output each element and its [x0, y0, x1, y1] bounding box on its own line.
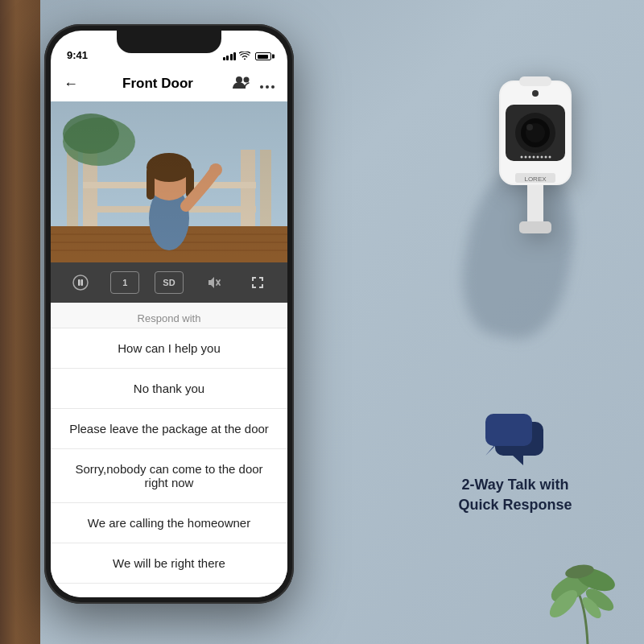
app-header: ← Front Door	[51, 66, 287, 101]
fullscreen-button[interactable]	[243, 271, 272, 294]
more-options-icon[interactable]	[260, 76, 275, 93]
header-icons	[233, 76, 275, 93]
two-way-title: 2-Way Talk with Quick Response	[435, 475, 596, 515]
quality-button[interactable]: 1	[110, 271, 139, 294]
response-item-6[interactable]: We will be right there	[51, 543, 287, 584]
svg-point-24	[73, 275, 88, 290]
back-button[interactable]: ←	[64, 76, 83, 93]
two-way-line2: Quick Response	[458, 497, 572, 513]
battery-icon	[255, 52, 271, 60]
svg-rect-41	[519, 76, 551, 86]
svg-rect-30	[519, 221, 551, 233]
signal-bars-icon	[223, 52, 237, 60]
page-title: Front Door	[122, 76, 193, 92]
status-time: 9:41	[67, 49, 88, 61]
svg-rect-52	[485, 414, 532, 446]
wood-panel	[0, 0, 40, 644]
camera-svg: LOREX	[475, 32, 596, 233]
svg-text:LOREX: LOREX	[524, 175, 547, 183]
response-item-1[interactable]: How can I help you	[51, 328, 287, 369]
status-icons	[223, 52, 272, 61]
plant-svg	[531, 515, 644, 644]
wifi-icon	[239, 52, 250, 61]
svg-point-44	[529, 156, 531, 159]
svg-point-0	[236, 76, 242, 83]
people-icon[interactable]	[233, 76, 250, 93]
svg-point-46	[537, 156, 539, 159]
chat-icon-wrapper	[435, 407, 596, 465]
phone-screen: 9:41	[51, 31, 287, 597]
svg-point-37	[526, 124, 533, 130]
svg-rect-25	[78, 279, 80, 286]
phone-notch	[117, 31, 221, 53]
svg-point-4	[271, 85, 275, 89]
camera-device: LOREX	[475, 32, 596, 237]
mute-button[interactable]	[199, 271, 228, 294]
two-way-talk-icon	[479, 407, 551, 465]
svg-point-49	[549, 156, 551, 159]
svg-point-45	[533, 156, 535, 159]
svg-rect-26	[81, 279, 84, 286]
pause-button[interactable]	[66, 271, 95, 294]
phone-frame: 9:41	[44, 24, 294, 604]
svg-point-2	[260, 85, 263, 89]
plant-decoration	[531, 515, 644, 644]
controls-bar: 1 SD	[51, 262, 287, 303]
svg-marker-51	[511, 454, 523, 465]
response-item-2[interactable]: No thank you	[51, 369, 287, 409]
feed-overlay	[51, 101, 287, 262]
svg-point-47	[541, 156, 543, 159]
svg-point-3	[266, 85, 269, 89]
two-way-talk-section: 2-Way Talk with Quick Response	[435, 407, 596, 515]
response-item-5[interactable]: We are calling the homeowner	[51, 503, 287, 543]
response-item-3[interactable]: Please leave the package at the door	[51, 409, 287, 449]
svg-point-1	[243, 76, 249, 82]
right-section: LOREX 2-Way Talk wi	[330, 0, 644, 644]
sd-button[interactable]: SD	[155, 271, 184, 294]
camera-feed	[51, 101, 287, 262]
svg-point-43	[525, 156, 527, 159]
response-item-4[interactable]: Sorry,nobody can come to the door right …	[51, 449, 287, 503]
svg-point-38	[532, 90, 539, 97]
respond-with-label: Respond with	[51, 303, 287, 328]
svg-point-48	[545, 156, 547, 159]
response-item-7[interactable]: We will be there shortly	[51, 584, 287, 597]
svg-marker-53	[485, 444, 497, 456]
response-panel: Respond with How can I help you No thank…	[51, 303, 287, 597]
phone-wrapper: 9:41	[44, 24, 294, 604]
two-way-line1: 2-Way Talk with	[461, 477, 568, 493]
svg-point-42	[521, 156, 523, 159]
